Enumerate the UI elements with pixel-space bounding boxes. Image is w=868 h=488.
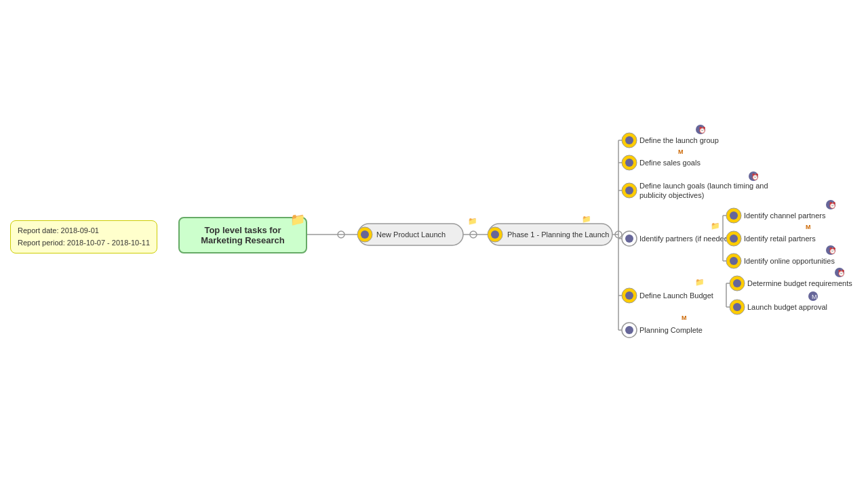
svg-point-46 — [730, 235, 738, 243]
svg-text:⏰: ⏰ — [751, 173, 760, 181]
svg-text:📁: 📁 — [711, 221, 720, 230]
svg-point-21 — [625, 136, 633, 144]
mindmap-svg: New Product Launch 📁 Phase 1 - Planning … — [0, 0, 868, 488]
svg-text:📁: 📁 — [695, 277, 705, 287]
identify-partners-label: Identify partners (if needed) — [639, 235, 731, 243]
svg-text:M: M — [812, 293, 817, 300]
svg-text:publicity objectives): publicity objectives) — [639, 191, 704, 199]
svg-point-55 — [625, 291, 633, 300]
new-product-launch-label: New Product Launch — [376, 230, 446, 239]
svg-text:⏰: ⏰ — [698, 126, 707, 134]
svg-point-42 — [730, 211, 738, 220]
launch-budget-approval-label: Launch budget approval — [747, 303, 827, 311]
phase1-label: Phase 1 - Planning the Launch — [507, 230, 609, 239]
svg-text:⏰: ⏰ — [829, 247, 837, 255]
svg-point-5 — [361, 230, 369, 239]
svg-text:M: M — [678, 148, 684, 155]
svg-point-70 — [625, 326, 633, 334]
svg-text:M: M — [682, 314, 687, 321]
define-launch-budget-label: Define Launch Budget — [639, 291, 713, 300]
svg-point-30 — [625, 186, 633, 195]
identify-online-opp-label: Identify online opportunities — [744, 257, 835, 265]
svg-text:⏰: ⏰ — [837, 269, 846, 277]
svg-point-66 — [733, 303, 741, 311]
identify-retail-partners-label: Identify retail partners — [744, 235, 816, 243]
svg-point-12 — [491, 230, 499, 239]
svg-point-25 — [625, 159, 633, 167]
svg-point-51 — [730, 257, 738, 265]
svg-text:⏰: ⏰ — [829, 201, 837, 209]
define-sales-goals-label: Define sales goals — [639, 159, 701, 167]
define-launch-goals-label: Define launch goals (launch timing and — [639, 182, 768, 190]
svg-text:M: M — [806, 224, 811, 230]
svg-text:📁: 📁 — [468, 216, 477, 226]
identify-channel-partners-label: Identify channel partners — [744, 211, 826, 220]
determine-budget-label: Determine budget requirements — [747, 279, 852, 287]
svg-point-61 — [733, 279, 741, 287]
svg-point-35 — [625, 235, 633, 243]
svg-text:📁: 📁 — [582, 214, 591, 224]
planning-complete-label: Planning Complete — [639, 326, 703, 334]
define-launch-group-label: Define the launch group — [639, 136, 719, 144]
